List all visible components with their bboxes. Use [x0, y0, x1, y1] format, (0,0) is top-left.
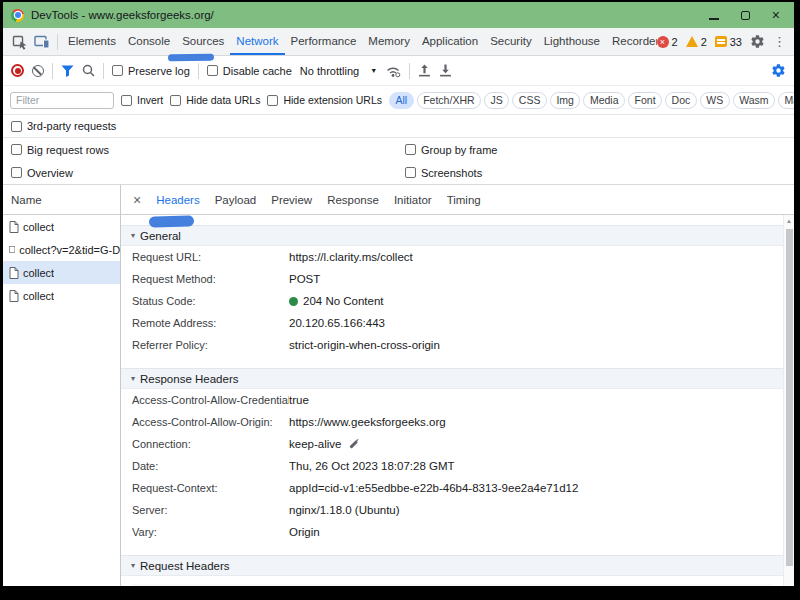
- filter-pill-doc[interactable]: Doc: [665, 92, 697, 109]
- tab-preview[interactable]: Preview: [271, 194, 312, 206]
- filter-pill-manifest[interactable]: Manifest: [778, 92, 794, 109]
- header-value: nginx/1.18.0 (Ubuntu): [289, 504, 400, 516]
- third-party-requests-checkbox[interactable]: 3rd-party requests: [11, 120, 116, 132]
- filter-pill-wasm[interactable]: Wasm: [733, 92, 775, 109]
- tab-console[interactable]: Console: [122, 28, 176, 55]
- tab-payload[interactable]: Payload: [215, 194, 257, 206]
- triangle-down-icon: ▾: [131, 561, 135, 570]
- divider: [409, 63, 410, 79]
- minimize-button[interactable]: [709, 6, 719, 24]
- tab-response[interactable]: Response: [327, 194, 379, 206]
- checkbox-icon: [112, 65, 123, 76]
- device-toolbar-icon: [34, 35, 50, 49]
- request-row[interactable]: collect?v=2&tid=G-DWCCJLKX...: [3, 238, 120, 261]
- preserve-log-checkbox[interactable]: Preserve log: [112, 65, 190, 77]
- screenshots-checkbox[interactable]: Screenshots: [405, 167, 482, 179]
- hide-extension-urls-checkbox[interactable]: Hide extension URLs: [267, 94, 382, 106]
- checkbox-icon: [267, 95, 278, 106]
- tab-security[interactable]: Security: [484, 28, 538, 55]
- filter-pill-img[interactable]: Img: [550, 92, 581, 109]
- error-icon: ×: [657, 36, 669, 48]
- settings-button[interactable]: [750, 34, 765, 49]
- panel-tabs: Elements Console Sources Network Perform…: [62, 28, 657, 55]
- filter-pill-js[interactable]: JS: [484, 92, 509, 109]
- header-row: Access-Control-Allow-Credentials: true: [121, 389, 783, 411]
- issues-icon: [715, 36, 727, 47]
- filter-input[interactable]: [10, 92, 114, 109]
- inspect-element-button[interactable]: [9, 31, 31, 53]
- tab-network[interactable]: Network: [230, 28, 284, 55]
- status-ok-icon: [289, 297, 298, 306]
- tab-performance[interactable]: Performance: [285, 28, 363, 55]
- overview-checkbox[interactable]: Overview: [11, 167, 73, 179]
- error-count-badge[interactable]: ×2: [657, 36, 678, 48]
- checkbox-icon: [207, 65, 218, 76]
- record-button[interactable]: [11, 64, 24, 77]
- header-value: https://www.geeksforgeeks.org: [289, 416, 446, 428]
- request-row[interactable]: collect: [3, 215, 120, 238]
- tab-elements[interactable]: Elements: [62, 28, 122, 55]
- header-key: Access-Control-Allow-Credentials:: [132, 394, 289, 406]
- divider: [198, 63, 199, 79]
- close-detail-button[interactable]: ×: [133, 192, 141, 208]
- search-button[interactable]: [82, 64, 95, 77]
- request-headers-section-header[interactable]: ▾ Request Headers: [121, 555, 783, 576]
- issues-count-badge[interactable]: 33: [715, 36, 742, 48]
- scroll-up-icon[interactable]: ▲: [786, 218, 792, 224]
- tab-lighthouse[interactable]: Lighthouse: [538, 28, 606, 55]
- tab-headers[interactable]: Headers: [156, 194, 199, 206]
- response-headers-section-header[interactable]: ▾ Response Headers: [121, 368, 783, 389]
- tab-recorder[interactable]: Recorder: [606, 28, 657, 55]
- export-har-button[interactable]: [439, 64, 452, 77]
- headers-content: ▾ General Request URL: https://l.clarity…: [121, 215, 794, 586]
- throttling-select[interactable]: No throttling▼: [300, 65, 377, 77]
- filter-pill-media[interactable]: Media: [583, 92, 625, 109]
- checkbox-icon: [405, 144, 416, 155]
- tab-memory[interactable]: Memory: [362, 28, 416, 55]
- hide-data-urls-checkbox[interactable]: Hide data URLs: [170, 94, 260, 106]
- name-column-header[interactable]: Name: [3, 185, 120, 215]
- minimize-icon: [709, 18, 719, 20]
- tab-timing[interactable]: Timing: [447, 194, 481, 206]
- vertical-scrollbar[interactable]: ▲: [783, 215, 794, 586]
- maximize-button[interactable]: [741, 6, 750, 24]
- general-section-header[interactable]: ▾ General: [121, 225, 783, 246]
- group-by-frame-checkbox[interactable]: Group by frame: [405, 144, 497, 156]
- close-button[interactable]: ×: [772, 10, 780, 20]
- header-key: Request-Context:: [132, 482, 289, 494]
- invert-checkbox[interactable]: Invert: [121, 94, 163, 106]
- filter-pill-css[interactable]: CSS: [512, 92, 547, 109]
- devtools-tab-bar: Elements Console Sources Network Perform…: [3, 28, 794, 56]
- filter-bar: Invert Hide data URLs Hide extension URL…: [3, 86, 794, 115]
- header-key: Server:: [132, 504, 289, 516]
- import-har-button[interactable]: [418, 64, 431, 77]
- wifi-icon: [385, 64, 401, 78]
- filter-pill-all[interactable]: All: [389, 92, 414, 109]
- scrollbar-thumb[interactable]: [786, 229, 793, 566]
- network-conditions-button[interactable]: [385, 64, 401, 78]
- request-row[interactable]: collect: [3, 284, 120, 307]
- checkbox-icon: [11, 144, 22, 155]
- request-row-selected[interactable]: collect: [3, 261, 120, 284]
- tab-application[interactable]: Application: [416, 28, 484, 55]
- tab-initiator[interactable]: Initiator: [394, 194, 432, 206]
- edit-icon[interactable]: [350, 440, 358, 448]
- warning-count-badge[interactable]: 2: [686, 36, 707, 48]
- big-request-rows-checkbox[interactable]: Big request rows: [11, 144, 109, 156]
- disable-cache-checkbox[interactable]: Disable cache: [207, 65, 292, 77]
- tab-sources[interactable]: Sources: [176, 28, 230, 55]
- filter-toggle-button[interactable]: [61, 65, 74, 77]
- header-row: Access-Control-Allow-Origin: https://www…: [121, 411, 783, 433]
- filter-pill-ws[interactable]: WS: [700, 92, 730, 109]
- header-key: Referrer Policy:: [132, 339, 289, 351]
- clear-button[interactable]: [32, 65, 44, 77]
- more-options-button[interactable]: ⋮: [773, 34, 786, 49]
- filter-pill-fetch-xhr[interactable]: Fetch/XHR: [417, 92, 481, 109]
- filter-pill-font[interactable]: Font: [628, 92, 662, 109]
- options-row-1: 3rd-party requests: [3, 115, 794, 138]
- network-settings-button[interactable]: [771, 63, 786, 78]
- header-value: strict-origin-when-cross-origin: [289, 339, 440, 351]
- header-key: Remote Address:: [132, 317, 289, 329]
- device-toolbar-button[interactable]: [31, 31, 53, 53]
- request-type-filters: All Fetch/XHR JS CSS Img Media Font Doc …: [389, 92, 794, 109]
